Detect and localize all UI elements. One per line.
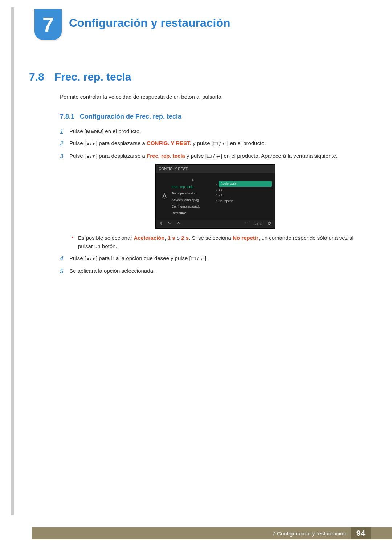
step-4: Pulse [▲/▼] para ir a la opción que dese… <box>60 254 361 263</box>
text: . Si se selecciona <box>189 235 233 241</box>
osd-menu-item: Conf.temp.apagado <box>172 204 214 210</box>
osd-menu-item: Restaurar <box>172 210 214 217</box>
section-number: 7.8 <box>29 71 44 83</box>
left-icon <box>159 221 163 227</box>
step-1: Pulse [MENU] en el producto. <box>60 127 361 135</box>
text: ] en el producto. <box>102 128 141 134</box>
text: o <box>175 235 181 241</box>
text: Se aplicará la opción seleccionada. <box>69 268 155 274</box>
osd-menu-item: Tecla personaliz. <box>172 190 214 197</box>
intro-text: Permite controlar la velocidad de respue… <box>60 93 361 101</box>
up-icon <box>177 221 180 227</box>
text: Pulse [ <box>69 128 86 134</box>
enter-icon <box>245 221 248 227</box>
text: ]. <box>205 255 208 261</box>
svg-rect-0 <box>213 142 217 145</box>
config-rest-label: CONFIG. Y REST. <box>147 140 191 146</box>
source-enter-icons: / <box>191 255 205 263</box>
osd-category-icon <box>159 175 170 217</box>
osd-body: ▲ Frec. rep. tecla Tecla personaliz. Act… <box>156 173 275 220</box>
footer-text: 7 Configuración y restauración <box>273 530 351 537</box>
osd-value-row: :Aceleración <box>216 181 272 187</box>
subsection-heading: 7.8.1 Configuración de Frec. rep. tecla <box>60 112 361 122</box>
chevron-up-icon: ▲ <box>172 177 214 183</box>
auto-label: AUTO <box>253 222 262 227</box>
osd-title: CONFIG. Y REST. <box>156 165 275 173</box>
osd-menu-item: Frec. rep. tecla <box>172 184 214 190</box>
gear-icon <box>161 193 168 199</box>
osd-screenshot: CONFIG. Y REST. ▲ Frec. rep. tecla Tecla… <box>155 164 275 229</box>
osd-values: :Aceleración :1 s :2 s :No repetir <box>214 175 272 217</box>
text: Pulse [ <box>69 255 86 261</box>
step-5: Se aplicará la opción seleccionada. <box>60 267 361 275</box>
osd-value: 1 s <box>219 188 223 193</box>
text: Pulse [ <box>69 153 86 159</box>
note-item: Es posible seleccionar Aceleración, 1 s … <box>69 234 361 251</box>
svg-rect-5 <box>191 257 195 260</box>
text: , <box>164 235 167 241</box>
chapter-number: 7 <box>42 13 54 36</box>
text: y pulse [ <box>185 153 207 159</box>
osd-footer: AUTO <box>156 220 275 228</box>
text: ] para desplazarse a <box>96 140 147 146</box>
section-heading: 7.8 Frec. rep. tecla <box>29 71 131 83</box>
down-icon <box>168 221 172 227</box>
text: y pulse [ <box>191 140 213 146</box>
subsection-number: 7.8.1 <box>60 113 74 120</box>
updown-icon: ▲/▼ <box>86 153 96 160</box>
updown-icon: ▲/▼ <box>86 255 96 262</box>
opt-aceleracion: Aceleración <box>134 235 164 241</box>
text: ] en el producto. Aparecerá la ventana s… <box>221 153 338 159</box>
text: ] para desplazarse a <box>96 153 147 159</box>
svg-point-2 <box>163 195 166 197</box>
osd-value-row: :No repetir <box>216 198 272 204</box>
osd-menu: ▲ Frec. rep. tecla Tecla personaliz. Act… <box>170 175 214 217</box>
spacer <box>216 175 272 180</box>
svg-rect-1 <box>207 155 211 158</box>
osd-menu-item: Act/des temp apag <box>172 197 214 204</box>
osd-value: 2 s <box>219 193 223 198</box>
step-3: Pulse [▲/▼] para desplazarse a Frec. rep… <box>60 152 361 250</box>
opt-1s: 1 s <box>168 235 175 241</box>
menu-key-label: MENU <box>86 128 102 134</box>
osd-value: No repetir <box>219 199 233 204</box>
source-enter-icons: / <box>213 140 227 148</box>
side-stripe <box>11 7 14 515</box>
note-list: Es posible seleccionar Aceleración, 1 s … <box>69 234 361 251</box>
subsection-title: Configuración de Frec. rep. tecla <box>80 113 181 120</box>
body-content: Permite controlar la velocidad de respue… <box>60 93 361 279</box>
chapter-title: Configuración y restauración <box>69 16 230 30</box>
page-number: 94 <box>351 527 371 539</box>
footer-bar: 7 Configuración y restauración 94 <box>32 527 392 539</box>
text: Pulse [ <box>69 140 86 146</box>
source-enter-icons: / <box>207 152 221 160</box>
osd-value-row: :2 s <box>216 193 272 198</box>
opt-norepetir: No repetir <box>233 235 258 241</box>
step-2: Pulse [▲/▼] para desplazarse a CONFIG. Y… <box>60 139 361 148</box>
opt-2s: 2 s <box>181 235 189 241</box>
power-icon <box>268 221 271 227</box>
text: Es posible seleccionar <box>78 235 134 241</box>
updown-icon: ▲/▼ <box>86 140 96 147</box>
osd-value-row: :1 s <box>216 187 272 193</box>
frec-rep-label: Frec. rep. tecla <box>147 153 185 159</box>
steps-list: Pulse [MENU] en el producto. Pulse [▲/▼]… <box>60 127 361 275</box>
chapter-tab: 7 <box>34 9 62 40</box>
text: ] en el producto. <box>227 140 266 146</box>
section-title: Frec. rep. tecla <box>54 71 131 83</box>
text: ] para ir a la opción que desee y pulse … <box>96 255 191 261</box>
osd-value-selected: Aceleración <box>219 181 272 187</box>
